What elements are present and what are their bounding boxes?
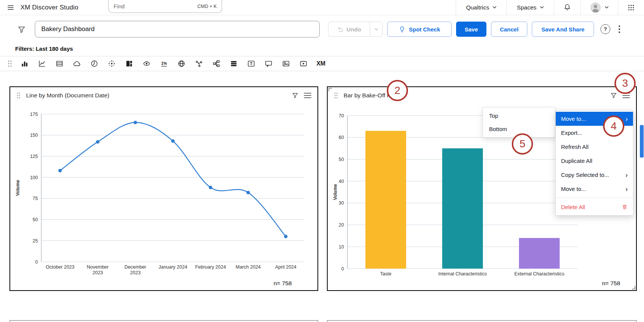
active-filters-text[interactable]: Filters: Last 180 days <box>15 45 73 52</box>
undo-icon <box>337 26 344 33</box>
undo-button[interactable]: Undo <box>328 22 370 36</box>
undo-history-dropdown[interactable] <box>370 22 382 36</box>
preview-widget-icon[interactable] <box>138 59 155 68</box>
widget-drag-handle-icon[interactable] <box>16 92 21 99</box>
hierarchy-widget-icon[interactable] <box>208 59 225 68</box>
widget-drag-handle-icon[interactable] <box>334 92 338 99</box>
vertical-scrollbar-thumb[interactable] <box>640 125 644 158</box>
svg-text:0: 0 <box>35 259 38 265</box>
dashboard-filter-icon[interactable] <box>17 25 26 34</box>
menu-item-label: Copy Selected to... <box>561 172 609 178</box>
video-widget-icon[interactable] <box>295 59 312 68</box>
submenu-arrow-icon: › <box>625 186 628 192</box>
qualtrics-menu-label: Qualtrics <box>466 4 489 11</box>
map-widget-icon[interactable] <box>173 59 190 68</box>
widget-filter-icon[interactable] <box>292 92 299 99</box>
bar-chart-widget-icon[interactable] <box>16 59 33 68</box>
find-search-input[interactable]: Find CMD + K <box>108 0 222 13</box>
help-button[interactable]: ? <box>600 24 610 34</box>
spot-check-label: Spot Check <box>409 26 440 33</box>
notifications-button[interactable] <box>554 0 580 15</box>
svg-text:40: 40 <box>339 179 344 184</box>
svg-text:0: 0 <box>341 266 344 272</box>
context-menu-item-move-to[interactable]: Move to...› <box>556 182 633 196</box>
svg-text:April 2024: April 2024 <box>275 264 296 270</box>
chevron-down-icon <box>540 6 544 9</box>
context-menu-item-duplicate-all[interactable]: Duplicate All <box>556 154 633 168</box>
save-and-share-button[interactable]: Save And Share <box>532 22 594 37</box>
menu-item-label: Move to... <box>561 116 586 122</box>
xm-widget-icon[interactable]: XM <box>312 60 330 67</box>
image-widget-icon[interactable] <box>277 59 295 68</box>
word-cloud-widget-icon[interactable] <box>68 59 86 68</box>
save-and-share-label: Save And Share <box>541 26 585 33</box>
table-widget-icon[interactable] <box>51 59 68 68</box>
annotation-circle-5: 5 <box>512 133 533 155</box>
submenu-arrow-icon: › <box>625 116 628 122</box>
header-right-cluster: Qualtrics Spaces <box>456 0 644 15</box>
context-menu-item-delete-all[interactable]: Delete All <box>556 200 633 214</box>
save-button[interactable]: Save <box>456 22 486 37</box>
svg-text:70: 70 <box>339 113 344 119</box>
resize-corner-icon[interactable] <box>632 286 635 289</box>
dashboard-name-input[interactable] <box>35 21 320 38</box>
global-menu-icon[interactable] <box>7 4 14 11</box>
spaces-menu-label: Spaces <box>517 4 536 11</box>
line-chart-canvas: 0255075100125150175VolumeOctober 2023Nov… <box>14 105 314 286</box>
annotation-circle-2: 2 <box>387 80 408 101</box>
undo-label: Undo <box>347 26 361 33</box>
svg-text:10: 10 <box>339 244 344 250</box>
submenu-item-top[interactable]: Top <box>483 109 555 122</box>
menu-item-label: Duplicate All <box>561 158 592 164</box>
lightbulb-icon <box>399 26 406 33</box>
app-switcher-button[interactable] <box>618 0 644 15</box>
selector-widget-icon[interactable] <box>225 59 242 68</box>
cancel-button[interactable]: Cancel <box>491 22 527 37</box>
more-options-kebab-icon[interactable] <box>618 25 621 33</box>
heatmap-widget-icon[interactable] <box>120 59 138 68</box>
svg-text:1%: 1% <box>161 61 167 66</box>
svg-text:100: 100 <box>30 175 38 180</box>
network-widget-icon[interactable] <box>190 59 208 68</box>
svg-text:March 2024: March 2024 <box>236 264 261 270</box>
qualtrics-menu[interactable]: Qualtrics <box>456 0 506 15</box>
chevron-down-icon <box>605 6 609 9</box>
chevron-down-icon <box>492 6 497 9</box>
svg-text:February 2024: February 2024 <box>195 264 226 270</box>
metric-widget-icon[interactable] <box>103 59 120 68</box>
spot-check-button[interactable]: Spot Check <box>387 22 452 37</box>
resize-corner-icon[interactable] <box>328 88 332 91</box>
text-widget-icon[interactable]: T <box>242 59 260 68</box>
line-chart-svg: 0255075100125150175VolumeOctober 2023Nov… <box>14 105 314 286</box>
next-row-widget-peek <box>9 320 318 322</box>
svg-text:50: 50 <box>339 157 344 162</box>
grid-icon <box>627 4 635 11</box>
widget-header: Bar by Bake-Off Rubric <box>328 87 636 104</box>
svg-text:Volume: Volume <box>15 180 20 196</box>
svg-text:25: 25 <box>33 238 38 244</box>
find-placeholder: Find <box>114 3 125 9</box>
svg-text:125: 125 <box>30 154 38 159</box>
trash-icon <box>622 204 628 210</box>
drag-handle-icon[interactable] <box>4 60 16 67</box>
scorecard-widget-icon[interactable]: 1% <box>155 59 173 68</box>
xm-logo-text: XM <box>316 60 325 67</box>
widget-menu-icon[interactable] <box>304 92 311 98</box>
line-chart-widget-icon[interactable] <box>33 59 51 68</box>
label-widget-icon[interactable] <box>260 59 277 68</box>
context-menu-item-refresh-all[interactable]: Refresh All <box>556 140 633 154</box>
svg-text:150: 150 <box>30 133 38 138</box>
svg-text:20: 20 <box>339 222 344 228</box>
next-row-widget-peek <box>327 320 637 322</box>
line-chart-widget[interactable]: Line by Month (Document Date) 0255075100… <box>9 86 318 291</box>
context-menu-item-copy-selected-to[interactable]: Copy Selected to...› <box>556 168 633 182</box>
spaces-menu[interactable]: Spaces <box>506 0 554 15</box>
svg-text:Volume: Volume <box>333 184 338 200</box>
account-menu[interactable] <box>580 0 618 15</box>
pie-chart-widget-icon[interactable] <box>86 59 103 68</box>
save-label: Save <box>464 26 478 33</box>
svg-text:Internal Characteristics: Internal Characteristics <box>438 271 487 277</box>
svg-text:November2023: November2023 <box>87 264 109 275</box>
widget-filter-icon[interactable] <box>610 92 617 99</box>
svg-text:External Characteristics: External Characteristics <box>514 271 564 277</box>
